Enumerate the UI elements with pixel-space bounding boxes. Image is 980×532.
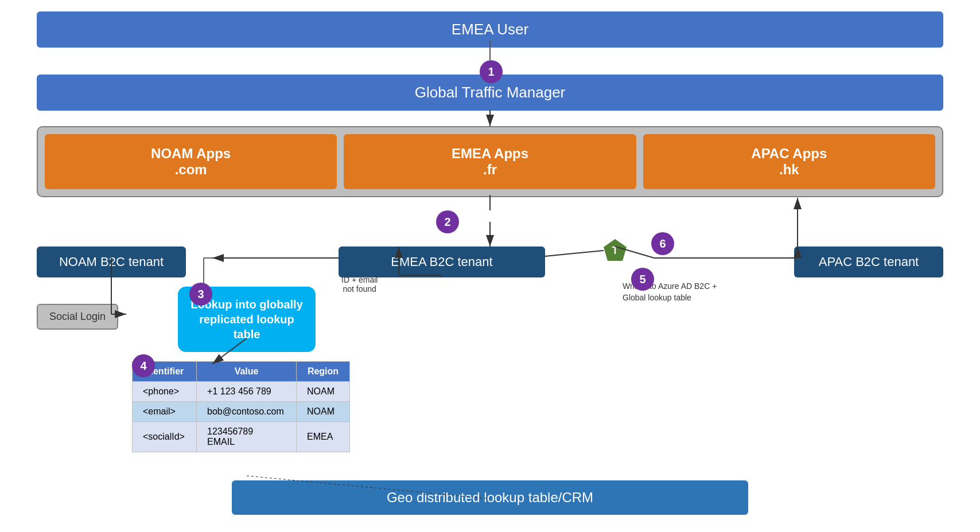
step-5-circle: 5 [631, 268, 654, 291]
step-6-circle: 6 [651, 232, 674, 255]
step-4-circle: 4 [132, 354, 155, 377]
social-login-box: Social Login [37, 304, 118, 330]
apac-b2c-box: APAC B2C tenant [794, 247, 943, 277]
table-cell: <email> [133, 402, 197, 422]
table-cell: NOAM [297, 382, 350, 402]
table-cell: EMEA [297, 422, 350, 452]
step-2-circle: 2 [436, 210, 459, 233]
apps-row: NOAM Apps.com EMEA Apps.fr APAC Apps.hk [37, 126, 943, 197]
table-cell: bob@contoso.com [197, 402, 297, 422]
table-cell: NOAM [297, 402, 350, 422]
noam-b2c-box: NOAM B2C tenant [37, 247, 186, 277]
table-row: <email> bob@contoso.com NOAM [133, 402, 350, 422]
table-cell: <socialId> [133, 422, 197, 452]
emea-user-bar: EMEA User [37, 11, 943, 48]
id-email-label: ID + emailnot found [341, 275, 378, 294]
step-3-circle: 3 [189, 283, 212, 306]
table-header-region: Region [297, 362, 350, 382]
apac-apps-box: APAC Apps.hk [643, 134, 935, 189]
geo-bar: Geo distributed lookup table/CRM [232, 480, 748, 515]
table-cell: +1 123 456 789 [197, 382, 297, 402]
table-row: <socialId> 123456789EMAIL EMEA [133, 422, 350, 452]
diagram-container: EMEA User 1 Global Traffic Manager NOAM … [0, 0, 980, 532]
noam-apps-box: NOAM Apps.com [45, 134, 337, 189]
lookup-table: Identifier Value Region <phone> +1 123 4… [132, 361, 350, 452]
table-row: <phone> +1 123 456 789 NOAM [133, 382, 350, 402]
svg-line-19 [545, 251, 604, 256]
emea-b2c-box: EMEA B2C tenant [339, 247, 545, 277]
svg-text:T: T [612, 245, 619, 256]
pentagon-t-icon: T [602, 238, 628, 263]
emea-apps-box: EMEA Apps.fr [344, 134, 636, 189]
step-1-circle: 1 [480, 60, 503, 83]
table-cell: 123456789EMAIL [197, 422, 297, 452]
table-cell: <phone> [133, 382, 197, 402]
table-header-value: Value [197, 362, 297, 382]
